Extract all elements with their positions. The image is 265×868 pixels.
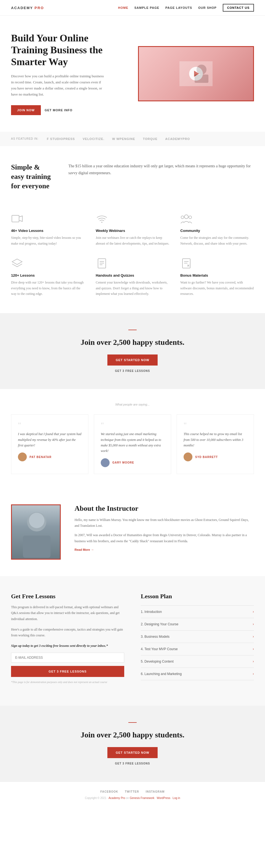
community-icon xyxy=(180,213,192,225)
footer-twitter[interactable]: TWITTER xyxy=(125,790,139,793)
featured-logos: F STUDIOPRESS VELOCITIZE. W WPengine TOR… xyxy=(47,137,190,141)
get-free-lessons-button[interactable]: GET 3 FREE LESSONS xyxy=(11,666,124,677)
free-lessons-body-1: This program is delivered in self-paced … xyxy=(11,604,124,622)
feature-webinars-desc: Join our webinars live or catch the repl… xyxy=(96,235,169,246)
featured-logo-1: VELOCITIZE. xyxy=(82,137,104,141)
email-input[interactable] xyxy=(11,653,124,662)
hero-description: Discover how you can build a profitable … xyxy=(11,73,105,97)
intro-section: Simple & easy training for everyone The … xyxy=(0,146,265,207)
instructor-silhouette xyxy=(12,505,61,560)
contact-button[interactable]: CONTACT US xyxy=(223,4,254,11)
testimonials-section: What people are saying... " I was skepti… xyxy=(0,389,265,488)
footer-link-wp[interactable]: WordPress xyxy=(157,797,170,800)
feature-handouts: Handouts and Quizzes Cement your knowled… xyxy=(96,257,169,297)
feature-webinars: Weekly Webinars Join our webinars live o… xyxy=(96,213,169,246)
lesson-3-label: 4. Test Your MVP Course xyxy=(141,647,178,651)
lesson-item-5[interactable]: 6. Launching and Marketing › xyxy=(141,668,254,680)
nav-shop[interactable]: OUR SHOP xyxy=(198,6,217,9)
feature-video-title: 46+ Video Lessons xyxy=(11,228,85,233)
author-name-2: SYD BARRETT xyxy=(195,456,218,459)
instructor-photo xyxy=(12,505,60,559)
get-started-button-2[interactable]: GET STARTED NOW xyxy=(107,747,158,758)
feature-community: Community Come for the strategies and st… xyxy=(180,213,254,246)
lesson-4-title: Developing Content xyxy=(144,659,173,663)
lesson-item-2[interactable]: 3. Business Models › xyxy=(141,630,254,643)
testimonial-text-1: We started using just one email marketin… xyxy=(101,431,164,454)
read-more-link[interactable]: Read More → xyxy=(74,548,94,551)
lesson-item-1[interactable]: 2. Designing Your Course › xyxy=(141,618,254,630)
lesson-3-number: 4. xyxy=(141,647,143,651)
footer-link-login[interactable]: Log in xyxy=(172,797,180,800)
hero-video-thumbnail xyxy=(138,46,254,101)
testimonials-grid: " I was skeptical but I found that your … xyxy=(11,414,254,474)
lesson-5-arrow: › xyxy=(253,672,254,676)
lesson-0-label: 1. Introduction xyxy=(141,610,162,614)
svg-point-5 xyxy=(101,222,102,223)
intro-heading-area: Simple & easy training for everyone xyxy=(11,163,52,190)
cta-heading: Join over 2,500 happy students. xyxy=(11,338,254,347)
featured-section: As Featured In: F STUDIOPRESS VELOCITIZE… xyxy=(0,132,265,146)
lesson-4-arrow: › xyxy=(253,659,254,664)
footer-instagram[interactable]: INSTAGRAM xyxy=(146,790,165,793)
hero-headline: Build Your Online Training Business the … xyxy=(11,32,127,68)
featured-logo-2: W WPengine xyxy=(112,137,135,141)
feature-video-desc: Simple, step-by-step, bite-sized video l… xyxy=(11,235,85,246)
signup-note: Sign up today to get 3 exciting free les… xyxy=(11,643,124,649)
svg-rect-2 xyxy=(195,74,208,83)
instructor-section: About the Instructor Hello, my name is W… xyxy=(0,488,265,576)
svg-point-1 xyxy=(197,65,206,74)
nav-layouts[interactable]: PAGE LAYOUTS xyxy=(165,6,192,9)
svg-point-7 xyxy=(181,216,184,219)
feature-lessons-desc: Dive deep with our 120+ lessons that tak… xyxy=(11,280,85,297)
lesson-2-label: 3. Business Models xyxy=(141,635,169,639)
lesson-item-4[interactable]: 5. Developing Content › xyxy=(141,655,254,668)
cta2-heading: Join over 2,500 happy students. xyxy=(11,731,254,739)
svg-point-19 xyxy=(29,513,44,528)
feature-handouts-desc: Cement your knowledge with downloads, wo… xyxy=(96,280,169,297)
featured-logo-4: academypro xyxy=(165,137,190,141)
get-started-button-1[interactable]: GET STARTED NOW xyxy=(107,354,158,366)
nav-home[interactable]: HOME xyxy=(118,6,128,9)
svg-point-6 xyxy=(185,215,188,219)
author-name-1: GARY MOORE xyxy=(112,461,134,464)
testimonial-text-2: This course helped me to grow my email l… xyxy=(184,431,247,448)
lesson-3-arrow: › xyxy=(253,647,254,651)
instructor-image xyxy=(11,504,61,560)
feature-webinars-title: Weekly Webinars xyxy=(96,228,169,233)
logo-accent: PRO xyxy=(34,6,44,10)
testimonial-2: " This course helped me to grow my email… xyxy=(177,414,254,474)
lesson-item-0[interactable]: 1. Introduction › xyxy=(141,606,254,618)
footer-facebook[interactable]: FACEBOOK xyxy=(100,790,119,793)
lesson-1-number: 2. xyxy=(141,622,143,626)
wifi-icon xyxy=(96,213,108,225)
avatar-1 xyxy=(101,458,109,467)
nav-sample[interactable]: SAMPLE PAGE xyxy=(134,6,159,9)
feature-community-desc: Come for the strategies and stay for the… xyxy=(180,235,254,246)
featured-label: As Featured In: xyxy=(11,137,39,140)
footer-link-genesis[interactable]: Genesis Framework xyxy=(130,797,154,800)
testimonial-text-0: I was skeptical but I found that your sy… xyxy=(18,431,81,448)
footer-link-academy[interactable]: Academy Pro xyxy=(108,797,125,800)
features-grid: 46+ Video Lessons Simple, step-by-step, … xyxy=(11,213,254,297)
lesson-3-title: Test Your MVP Course xyxy=(144,647,178,651)
lesson-5-label: 6. Launching and Marketing xyxy=(141,672,181,676)
bonus-icon xyxy=(180,257,192,270)
lessons-inner: Get Free Lessons This program is deliver… xyxy=(11,593,254,689)
free-lessons-link-2[interactable]: GET 3 FREE LESSONS xyxy=(11,762,254,765)
avatar-2 xyxy=(184,453,192,461)
lesson-0-arrow: › xyxy=(253,610,254,614)
hero-text: Build Your Online Training Business the … xyxy=(11,32,127,115)
lesson-4-number: 5. xyxy=(141,659,143,663)
free-lessons-area: Get Free Lessons This program is deliver… xyxy=(11,593,124,689)
free-lessons-link-1[interactable]: GET 3 FREE LESSONS xyxy=(11,369,254,372)
lesson-item-3[interactable]: 4. Test Your MVP Course › xyxy=(141,643,254,655)
feature-bonus: Bonus Materials Want to go further? We h… xyxy=(180,257,254,297)
get-more-info-button[interactable]: GET MORE INFO xyxy=(45,108,73,112)
free-lessons-body-2: Here's a guide to all the comprehensive … xyxy=(11,627,124,639)
testimonial-author-1: GARY MOORE xyxy=(101,458,164,467)
lessons-section: Get Free Lessons This program is deliver… xyxy=(0,576,265,706)
join-now-button[interactable]: JOIN NOW xyxy=(11,105,41,115)
lesson-1-arrow: › xyxy=(253,622,254,626)
footer: FACEBOOK TWITTER INSTAGRAM Copyright © 2… xyxy=(0,782,265,808)
lesson-1-label: 2. Designing Your Course xyxy=(141,622,178,626)
